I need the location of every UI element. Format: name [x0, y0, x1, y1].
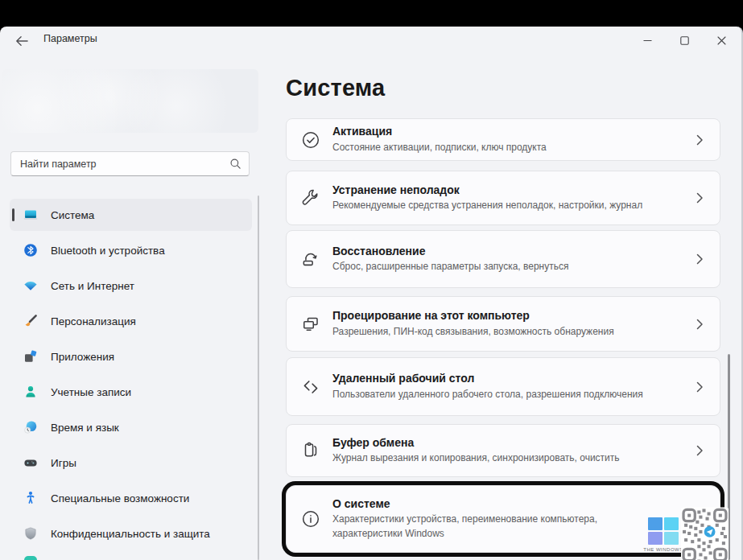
clipboard-icon — [300, 440, 321, 461]
card-subtitle: Разрешения, ПИН-код связывания, возможно… — [332, 325, 614, 339]
card-activation[interactable]: Активация Состояние активации, подписки,… — [286, 118, 720, 161]
window-controls — [629, 27, 740, 54]
chevron-right-icon — [694, 253, 705, 266]
chevron-right-icon — [694, 381, 705, 393]
card-subtitle: Пользователи удаленного рабочего стола, … — [332, 388, 643, 401]
sidebar-item-label: Сеть и Интернет — [51, 280, 134, 292]
card-title: Удаленный рабочий стол — [332, 372, 643, 386]
network-icon — [23, 278, 39, 294]
windows-update-icon — [24, 556, 37, 560]
selection-accent-bar — [12, 208, 14, 221]
card-subtitle: Характеристики устройства, переименовани… — [332, 513, 654, 541]
search-icon — [229, 158, 241, 170]
apps-icon — [23, 348, 39, 364]
account-banner-blurred — [2, 69, 258, 133]
page-title: Система — [286, 75, 385, 101]
privacy-icon — [23, 525, 39, 541]
sidebar-item-label: Специальные возможности — [51, 492, 189, 504]
sidebar-item-label: Bluetooth и устройства — [51, 245, 165, 257]
sidebar-item-label: Конфиденциальность и защита — [51, 528, 210, 540]
app-title: Параметры — [43, 33, 97, 44]
watermark-brand: THE WINDOWS — [640, 547, 687, 552]
sidebar-item-label: Учетные записи — [51, 386, 131, 398]
personalization-icon — [23, 313, 39, 329]
card-troubleshoot[interactable]: Устранение неполадок Рекомендуемые средс… — [286, 171, 720, 225]
minimize-button[interactable] — [629, 27, 666, 54]
card-title: Проецирование на этот компьютер — [332, 309, 614, 323]
chevron-right-icon — [694, 191, 705, 204]
card-title: Устранение неполадок — [332, 183, 642, 198]
about-icon — [300, 509, 321, 529]
sidebar-item-personalization[interactable]: Персонализация — [10, 305, 252, 337]
windows-logo-square — [648, 517, 663, 530]
activation-icon — [300, 130, 321, 150]
remote-desktop-icon — [300, 377, 321, 397]
system-icon — [23, 207, 39, 223]
troubleshoot-icon — [300, 187, 321, 208]
card-remote-desktop[interactable]: Удаленный рабочий стол Пользователи удал… — [286, 357, 720, 416]
sidebar-item-bluetooth-devices[interactable]: Bluetooth и устройства — [10, 234, 252, 266]
card-subtitle: Журнал вырезания и копирования, синхрони… — [332, 451, 620, 465]
accounts-icon — [23, 384, 39, 400]
windows-logo-square — [664, 517, 679, 530]
chevron-right-icon — [694, 318, 705, 331]
sidebar-item-apps[interactable]: Приложения — [10, 340, 252, 373]
card-title: Восстановление — [332, 245, 569, 259]
projection-icon — [300, 314, 321, 335]
card-subtitle: Состояние активации, подписки, ключ прод… — [332, 141, 547, 154]
sidebar-item-time-language[interactable]: Время и язык — [10, 411, 252, 443]
sidebar-nav: Система Bluetooth и устройства Сеть и Ин… — [10, 199, 252, 553]
card-subtitle: Сброс, расширенные параметры запуска, ве… — [332, 260, 569, 274]
sidebar-item-network-internet[interactable]: Сеть и Интернет — [10, 270, 252, 302]
card-title: О системе — [332, 497, 654, 512]
maximize-button[interactable] — [666, 27, 703, 54]
windows-logo-square — [648, 532, 663, 545]
sidebar-item-label: Персонализация — [51, 315, 136, 327]
chevron-right-icon — [694, 134, 705, 146]
sidebar-item-accessibility[interactable]: Специальные возможности — [10, 482, 252, 514]
sidebar-item-gaming[interactable]: Игры — [10, 447, 252, 479]
windows-logo-square — [664, 532, 679, 545]
sidebar-scrollbar[interactable] — [258, 196, 259, 560]
time-language-icon — [23, 419, 39, 435]
sidebar-item-privacy-security[interactable]: Конфиденциальность и защита — [10, 517, 252, 550]
sidebar-item-accounts[interactable]: Учетные записи — [10, 376, 252, 408]
recovery-icon — [300, 249, 321, 270]
windows-logo — [648, 517, 679, 545]
bluetooth-icon — [23, 242, 39, 258]
sidebar-item-label: Время и язык — [51, 422, 119, 434]
close-icon — [717, 36, 726, 45]
settings-window: Параметры Система Bluetooth и устройства — [0, 27, 743, 560]
card-subtitle: Рекомендуемые средства устранения непола… — [332, 199, 642, 212]
sidebar-item-system[interactable]: Система — [10, 199, 252, 231]
search-input[interactable] — [11, 152, 249, 175]
card-title: Буфер обмена — [332, 436, 620, 451]
back-button[interactable] — [10, 31, 34, 51]
back-arrow-icon — [15, 35, 28, 47]
gaming-icon — [23, 455, 39, 471]
close-button[interactable] — [703, 27, 740, 54]
qr-code — [681, 507, 729, 560]
search-box — [10, 151, 250, 176]
sidebar-item-label: Приложения — [51, 351, 114, 363]
card-recovery[interactable]: Восстановление Сброс, расширенные параме… — [286, 230, 720, 288]
chevron-right-icon — [694, 444, 705, 457]
maximize-icon — [680, 36, 689, 45]
minimize-icon — [643, 36, 652, 45]
titlebar: Параметры — [0, 27, 741, 54]
sidebar-item-label: Игры — [51, 457, 76, 469]
card-projection[interactable]: Проецирование на этот компьютер Разрешен… — [286, 296, 720, 352]
card-clipboard[interactable]: Буфер обмена Журнал вырезания и копирова… — [286, 424, 720, 477]
accessibility-icon — [23, 490, 39, 506]
card-title: Активация — [332, 125, 547, 139]
sidebar-item-label: Система — [51, 209, 94, 221]
